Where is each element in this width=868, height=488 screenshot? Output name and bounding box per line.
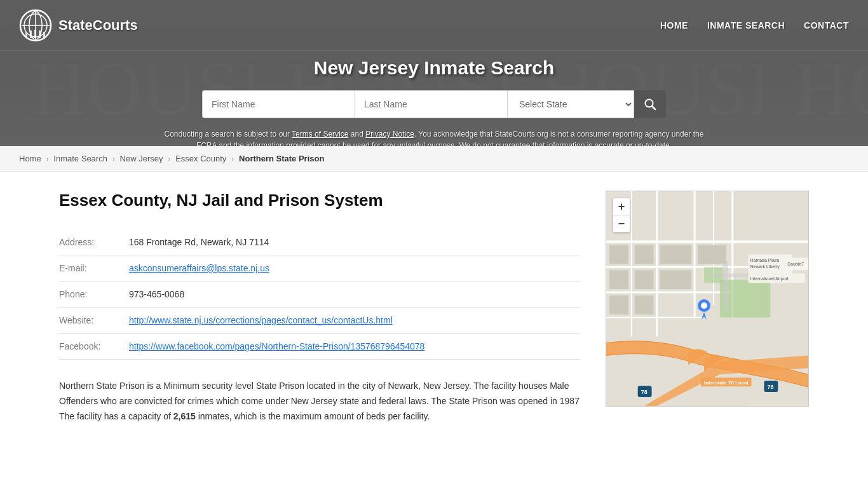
zoom-in-button[interactable]: + [613,198,630,215]
breadcrumb-county[interactable]: Essex County [175,154,226,163]
email-value: askconsumeraffairs@lps.state.nj.us [129,255,580,281]
facility-details-table: Address: 168 Frontage Rd, Newark, NJ 711… [59,229,580,360]
svg-point-52 [701,302,707,309]
address-value: 168 Frontage Rd, Newark, NJ 7114 [129,229,580,255]
capacity-value: 2,615 [173,411,196,421]
logo-icon [19,9,52,42]
search-button[interactable] [634,90,666,118]
svg-line-11 [652,106,655,109]
svg-rect-31 [660,245,691,264]
facility-description: Northern State Prison is a Minimum secur… [59,379,580,424]
svg-rect-36 [609,295,628,315]
facebook-link[interactable]: https://www.facebook.com/pages/Northern-… [129,341,424,351]
website-link[interactable]: http://www.state.nj.us/corrections/pages… [129,315,393,325]
svg-rect-5 [25,32,27,38]
email-label: E-mail: [59,255,129,281]
svg-rect-6 [30,30,32,38]
map-svg: Ramada Plaza Newark Liberty DoubleT Inte… [606,191,808,406]
logo-text: StateCourts [58,17,138,34]
svg-rect-27 [723,261,728,311]
breadcrumb-sep-3: › [168,155,171,163]
email-row: E-mail: askconsumeraffairs@lps.state.nj.… [59,255,580,281]
map-zoom-controls: + − [613,198,630,233]
phone-row: Phone: 973-465-0068 [59,281,580,308]
svg-text:International Airport: International Airport [750,276,789,281]
facebook-row: Facebook: https://www.facebook.com/pages… [59,334,580,360]
svg-rect-32 [698,245,726,264]
svg-rect-35 [660,270,691,289]
zoom-out-button[interactable]: − [613,215,630,232]
nav-home[interactable]: HOME [660,20,688,30]
email-link[interactable]: askconsumeraffairs@lps.state.nj.us [129,263,269,273]
svg-rect-7 [34,30,36,38]
svg-text:Interstate 78 Local: Interstate 78 Local [704,380,749,386]
address-row: Address: 168 Frontage Rd, Newark, NJ 711… [59,229,580,255]
logo[interactable]: StateCourts [19,9,138,42]
breadcrumb-sep-2: › [112,155,115,163]
svg-rect-30 [635,245,654,264]
phone-label: Phone: [59,281,129,308]
facility-heading: Essex County, NJ Jail and Prison System [59,191,580,210]
tos-link[interactable]: Terms of Service [292,130,348,139]
search-form: Select State [0,90,868,118]
privacy-link[interactable]: Privacy Notice [365,130,414,139]
website-value: http://www.state.nj.us/corrections/pages… [129,308,580,334]
website-row: Website: http://www.state.nj.us/correcti… [59,308,580,334]
svg-rect-33 [609,270,628,289]
svg-rect-29 [609,245,628,264]
nav-inmate-search[interactable]: INMATE SEARCH [707,20,785,30]
breadcrumb-inmate-search[interactable]: Inmate Search [53,154,107,163]
breadcrumb: Home › Inmate Search › New Jersey › Esse… [0,146,868,172]
nav-contact[interactable]: CONTACT [804,20,849,30]
last-name-input[interactable] [355,90,507,118]
breadcrumb-home[interactable]: Home [19,154,41,163]
address-label: Address: [59,229,129,255]
svg-text:DoubleT: DoubleT [787,262,804,266]
phone-value: 973-465-0068 [129,281,580,308]
svg-rect-34 [635,270,654,289]
breadcrumb-sep-1: › [46,155,49,163]
svg-rect-9 [43,32,45,38]
website-label: Website: [59,308,129,334]
svg-text:78: 78 [641,389,648,395]
svg-text:Ramada Plaza: Ramada Plaza [750,258,780,262]
page-title: New Jersey Inmate Search [0,57,868,79]
svg-text:Newark Liberty: Newark Liberty [750,264,780,269]
state-select[interactable]: Select State [507,90,634,118]
svg-rect-28 [714,273,749,277]
disclaimer: Conducting a search is subject to our Te… [148,128,720,146]
breadcrumb-state[interactable]: New Jersey [120,154,163,163]
facebook-value: https://www.facebook.com/pages/Northern-… [129,334,580,360]
nav-links: HOME INMATE SEARCH CONTACT [660,20,849,30]
svg-text:78: 78 [767,384,773,390]
breadcrumb-current: Northern State Prison [239,154,324,163]
breadcrumb-sep-4: › [231,155,234,163]
map-container[interactable]: + − [606,191,809,407]
search-icon [644,98,656,111]
facility-info: Essex County, NJ Jail and Prison System … [59,191,580,424]
map-section: + − [606,191,809,424]
svg-rect-37 [635,295,654,315]
facebook-label: Facebook: [59,334,129,360]
svg-rect-8 [39,30,41,38]
first-name-input[interactable] [202,90,355,118]
